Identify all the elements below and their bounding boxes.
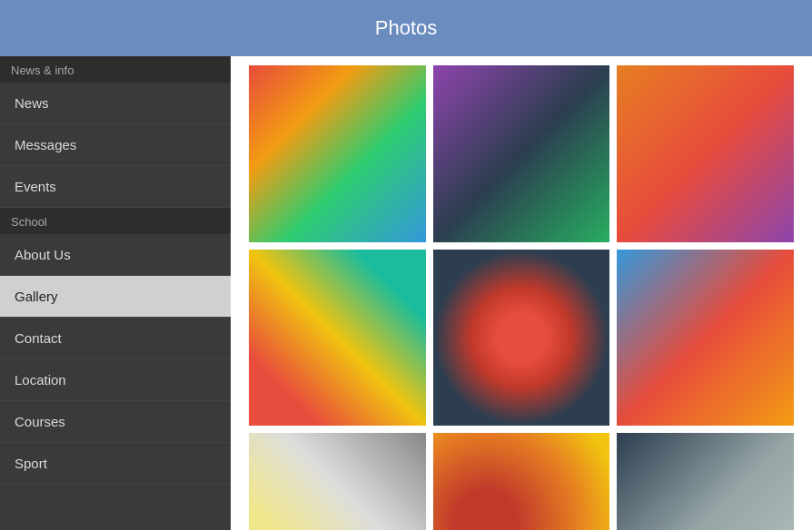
- main-layout: News & info News Messages Events School …: [0, 56, 812, 530]
- sidebar-item-messages[interactable]: Messages: [0, 124, 231, 166]
- sidebar-item-news[interactable]: News: [0, 83, 231, 124]
- photo-9[interactable]: [617, 433, 794, 530]
- photo-4[interactable]: [249, 250, 426, 427]
- sidebar-item-gallery[interactable]: Gallery: [0, 276, 231, 318]
- photo-8[interactable]: [433, 433, 610, 530]
- sidebar-item-events[interactable]: Events: [0, 166, 231, 208]
- photo-6[interactable]: [617, 250, 794, 427]
- gallery-content: [231, 56, 812, 530]
- sidebar-item-contact[interactable]: Contact: [0, 318, 231, 359]
- page-header: Photos: [0, 0, 812, 56]
- sidebar-item-location[interactable]: Location: [0, 359, 231, 401]
- sidebar-section-school: School: [0, 208, 231, 234]
- photo-1[interactable]: [249, 65, 426, 242]
- photo-5[interactable]: [433, 250, 610, 427]
- sidebar-section-news-info: News & info: [0, 56, 231, 83]
- sidebar-item-about-us[interactable]: About Us: [0, 234, 231, 276]
- sidebar-item-courses[interactable]: Courses: [0, 401, 231, 443]
- page-title: Photos: [375, 16, 438, 39]
- photo-2[interactable]: [433, 65, 610, 242]
- sidebar: News & info News Messages Events School …: [0, 56, 231, 530]
- photo-7[interactable]: [249, 433, 426, 530]
- photo-3[interactable]: [617, 65, 794, 242]
- photo-grid: [249, 65, 794, 530]
- sidebar-item-sport[interactable]: Sport: [0, 443, 231, 485]
